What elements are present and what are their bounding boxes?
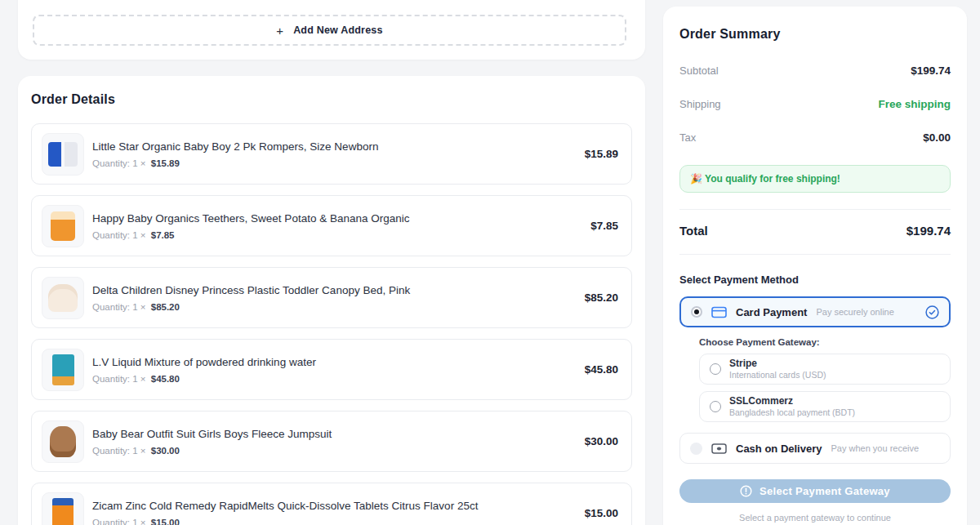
address-card: + Add New Address [18,0,645,60]
product-quantity-line: Quantity: 1 × $85.20 [92,302,572,312]
alert-circle-icon [740,485,752,497]
cod-label: Cash on Delivery [736,443,822,455]
product-image-icon [50,426,76,457]
gateway-option[interactable]: Stripe International cards (USD) [699,354,951,385]
product-title: Delta Children Disney Princess Plastic T… [92,284,572,296]
quantity-text: Quantity: 1 × [92,302,149,312]
summary-value: $199.74 [911,65,951,77]
card-payment-sublabel: Pay securely online [816,307,893,317]
cod-sublabel: Pay when you receive [831,443,920,453]
product-thumbnail [42,277,84,319]
radio-selected-icon[interactable] [691,306,702,318]
product-quantity-line: Quantity: 1 × $7.85 [92,230,577,240]
order-item-row: Happy Baby Organics Teethers, Sweet Pota… [31,195,632,256]
gateway-option[interactable]: SSLCommerz Bangladesh local payment (BDT… [699,391,951,422]
product-thumbnail [42,420,84,463]
line-total: $85.20 [585,291,618,304]
card-payment-option[interactable]: Card Payment Pay securely online [679,296,951,327]
radio-unselected-icon[interactable] [690,443,702,455]
product-quantity-line: Quantity: 1 × $30.00 [92,446,572,456]
gateway-list: Stripe International cards (USD) SSLComm… [699,354,951,422]
order-details-card: Order Details Little Star Organic Baby B… [18,76,645,525]
submit-hint-text: Select a payment gateway to continue [679,513,951,523]
select-payment-method-title: Select Payment Method [679,274,951,286]
total-value: $199.74 [906,224,951,238]
quantity-text: Quantity: 1 × [92,158,149,168]
product-info: Happy Baby Organics Teethers, Sweet Pota… [92,212,577,240]
gateway-name: SSLCommerz [729,395,855,407]
summary-rows: Subtotal $199.74 Shipping Free shipping … [679,65,951,144]
banknote-icon [711,443,727,454]
product-info: Little Star Organic Baby Boy 2 Pk Romper… [92,140,572,168]
summary-label: Tax [679,131,696,144]
divider [679,209,951,210]
product-thumbnail [42,205,84,247]
line-total: $45.80 [585,363,618,376]
cash-on-delivery-option[interactable]: Cash on Delivery Pay when you receive [679,433,951,464]
gateway-section: Choose Payment Gateway: Stripe Internati… [699,337,951,422]
summary-row: Subtotal $199.74 [679,65,951,77]
unit-price: $15.00 [151,518,180,525]
unit-price: $15.89 [151,158,180,168]
unit-price: $45.80 [151,374,180,384]
add-new-address-button[interactable]: + Add New Address [33,15,626,46]
line-total: $15.00 [585,507,618,519]
product-title: L.V Liquid Mixture of powdered drinking … [92,356,572,368]
quantity-text: Quantity: 1 × [92,374,149,384]
product-image-icon [51,211,75,241]
summary-value: $0.00 [923,131,951,144]
product-image-icon [52,498,74,525]
product-thumbnail [42,492,84,525]
product-quantity-line: Quantity: 1 × $45.80 [92,374,572,384]
divider [679,254,951,255]
order-summary-card: Order Summary Subtotal $199.74 Shipping … [663,7,967,525]
summary-label: Shipping [679,98,721,110]
summary-row: Tax $0.00 [679,131,951,144]
quantity-text: Quantity: 1 × [92,446,149,456]
gateway-desc: International cards (USD) [729,370,826,380]
check-circle-icon [925,305,939,319]
product-info: L.V Liquid Mixture of powdered drinking … [92,356,572,384]
line-total: $15.89 [585,148,618,160]
product-title: Zicam Zinc Cold Remedy RapidMelts Quick-… [92,500,572,512]
free-shipping-banner: 🎉 You qualify for free shipping! [679,165,951,193]
product-title: Baby Bear Outfit Suit Girls Boys Fleece … [92,428,572,440]
radio-unselected-icon[interactable] [710,363,721,375]
product-quantity-line: Quantity: 1 × $15.89 [92,158,572,168]
order-summary-title: Order Summary [679,27,951,42]
order-item-row: Delta Children Disney Princess Plastic T… [31,267,632,328]
unit-price: $30.00 [151,446,180,456]
select-payment-gateway-button[interactable]: Select Payment Gateway [679,479,951,503]
order-item-row: Little Star Organic Baby Boy 2 Pk Romper… [31,123,632,185]
submit-button-label: Select Payment Gateway [760,485,890,497]
quantity-text: Quantity: 1 × [92,230,149,240]
order-items-list: Little Star Organic Baby Boy 2 Pk Romper… [31,123,632,525]
radio-unselected-icon[interactable] [710,401,721,412]
product-info: Baby Bear Outfit Suit Girls Boys Fleece … [92,428,572,456]
order-item-row: Zicam Zinc Cold Remedy RapidMelts Quick-… [31,483,632,525]
gateway-desc: Bangladesh local payment (BDT) [729,407,855,418]
order-details-title: Order Details [31,92,632,107]
quantity-text: Quantity: 1 × [92,518,149,525]
product-image-icon [48,284,78,312]
line-total: $7.85 [590,220,618,232]
product-title: Happy Baby Organics Teethers, Sweet Pota… [92,212,577,225]
product-quantity-line: Quantity: 1 × $15.00 [92,518,572,525]
order-item-row: L.V Liquid Mixture of powdered drinking … [31,339,632,400]
line-total: $30.00 [585,435,618,447]
summary-label: Subtotal [679,65,719,77]
gateway-name: Stripe [729,358,826,370]
product-info: Zicam Zinc Cold Remedy RapidMelts Quick-… [92,500,572,525]
summary-row: Shipping Free shipping [679,98,951,110]
product-title: Little Star Organic Baby Boy 2 Pk Romper… [92,140,572,153]
product-thumbnail [42,349,84,391]
unit-price: $7.85 [151,230,175,240]
product-image-icon [48,142,78,167]
product-thumbnail [42,133,84,176]
plus-icon: + [276,24,283,38]
summary-value: Free shipping [878,98,951,110]
product-info: Delta Children Disney Princess Plastic T… [92,284,572,312]
card-payment-label: Card Payment [736,306,807,318]
order-item-row: Baby Bear Outfit Suit Girls Boys Fleece … [31,411,632,472]
credit-card-icon [711,306,727,318]
